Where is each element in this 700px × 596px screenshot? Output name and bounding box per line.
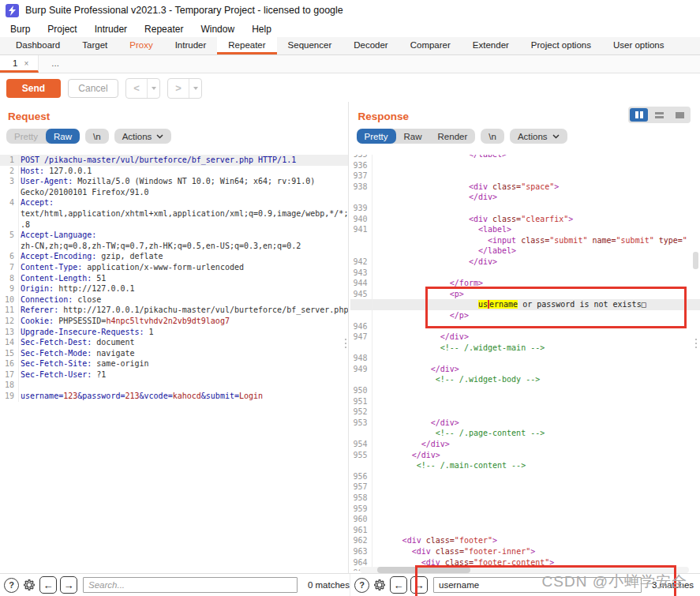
search-next-button[interactable]: →	[60, 576, 77, 594]
splitter-handle-icon[interactable]	[695, 339, 697, 348]
gear-icon[interactable]	[372, 578, 387, 592]
menu-project[interactable]: Project	[39, 22, 85, 36]
code-text: Referer: http://127.0.0.1/pikachu-master…	[21, 305, 348, 316]
request-tab-pretty[interactable]: Pretty	[6, 129, 46, 144]
code-text: </div>	[374, 332, 469, 343]
code-row: 939	[350, 203, 700, 214]
request-search-input[interactable]	[83, 577, 298, 593]
code-row: zh-CN,zh;q=0.8,zh-TW;q=0.7,zh-HK;q=0.5,e…	[0, 241, 348, 252]
tab-project-options[interactable]: Project options	[520, 37, 602, 54]
help-icon[interactable]: ?	[354, 578, 369, 593]
tab-proxy[interactable]: Proxy	[118, 37, 163, 54]
response-actions-button[interactable]: Actions	[510, 129, 567, 144]
request-actions-button[interactable]: Actions	[114, 129, 172, 144]
code-text: username or password is not exists□	[374, 299, 646, 310]
menu-window[interactable]: Window	[192, 22, 243, 36]
search-prev-button[interactable]: ←	[390, 576, 407, 594]
response-horizontal-scrollbar[interactable]	[360, 567, 690, 573]
help-icon[interactable]: ?	[4, 578, 19, 593]
editor-panels: Request Pretty Raw \n Actions 1POST /pik…	[0, 102, 700, 574]
tab-dashboard[interactable]: Dashboard	[5, 37, 71, 54]
layout-single-button[interactable]	[671, 108, 689, 122]
code-row: 956	[350, 471, 700, 482]
code-text: </div>	[374, 450, 440, 461]
scrollbar-thumb[interactable]	[377, 567, 470, 573]
line-number: 958	[350, 493, 372, 504]
response-search-input[interactable]	[433, 577, 642, 593]
search-prev-button[interactable]: ←	[39, 576, 57, 594]
response-editor[interactable]: 935 </label>936937938 <div class="space"…	[350, 155, 700, 571]
line-number: 17	[0, 369, 19, 380]
response-tab-newline[interactable]: \n	[481, 129, 504, 144]
search-next-button[interactable]: →	[410, 576, 428, 594]
code-text: </div>	[374, 364, 459, 375]
tab-intruder[interactable]: Intruder	[164, 37, 218, 54]
code-text: Sec-Fetch-Mode: navigate	[21, 348, 135, 359]
tab-sequencer[interactable]: Sequencer	[277, 37, 343, 54]
response-tab-render[interactable]: Render	[430, 129, 476, 144]
code-text: zh-CN,zh;q=0.8,zh-TW;q=0.7,zh-HK;q=0.5,e…	[21, 241, 301, 252]
code-row: 7Content-Type: application/x-www-form-ur…	[0, 262, 348, 273]
menu-intruder[interactable]: Intruder	[86, 22, 136, 36]
tab-decoder[interactable]: Decoder	[343, 37, 399, 54]
line-number: 16	[0, 358, 19, 369]
tab-repeater[interactable]: Repeater	[217, 37, 276, 54]
history-forward-dropdown[interactable]	[189, 79, 201, 98]
menu-repeater[interactable]: Repeater	[136, 22, 192, 36]
layout-toggle-group	[628, 107, 691, 123]
request-tab-newline[interactable]: \n	[85, 129, 109, 144]
line-number: 18	[0, 380, 19, 391]
code-text: .8	[21, 219, 30, 231]
repeater-tab-more[interactable]: ...	[39, 55, 72, 73]
code-row: 952	[350, 407, 700, 418]
line-number	[0, 187, 19, 198]
line-number: 5	[0, 230, 19, 241]
request-editor[interactable]: 1POST /pikachu-master/vul/burteforce/bf_…	[0, 155, 348, 571]
code-row: 963 <div class="footer-inner">	[350, 546, 700, 557]
response-tab-pretty[interactable]: Pretty	[357, 129, 396, 144]
line-number: 1	[0, 155, 19, 166]
code-row: 12Cookie: PHPSESSID=h4npc5ltvhdv2n2vb9dt…	[0, 316, 348, 327]
code-row: Gecko/20100101 Firefox/91.0	[0, 187, 348, 198]
code-text: text/html,application/xhtml+xml,applicat…	[21, 208, 348, 219]
tab-user-options[interactable]: User options	[602, 37, 676, 54]
line-number: 948	[350, 353, 372, 364]
send-button[interactable]: Send	[6, 79, 61, 98]
code-text: <div class="footer">	[374, 535, 498, 546]
code-row: 961	[350, 525, 700, 536]
code-text: <!-- /.widget-main -->	[374, 343, 545, 354]
gear-icon[interactable]	[22, 578, 36, 592]
request-tab-raw[interactable]: Raw	[46, 129, 80, 144]
code-row: 955 </div>	[350, 450, 700, 461]
code-text: <!-- /.main-content -->	[374, 460, 526, 471]
code-text: User-Agent: Mozilla/5.0 (Windows NT 10.0…	[21, 176, 315, 187]
response-tab-raw[interactable]: Raw	[396, 129, 430, 144]
code-row: </div>	[350, 192, 700, 203]
tab-extender[interactable]: Extender	[462, 37, 520, 54]
history-back-dropdown[interactable]	[147, 79, 159, 98]
layout-rows-button[interactable]	[650, 108, 668, 122]
line-number: 19	[0, 391, 19, 402]
line-number: 962	[350, 535, 372, 546]
layout-columns-button[interactable]	[630, 108, 648, 122]
response-panel: Response Pretty Raw Render \n Actions	[350, 102, 700, 574]
code-row: 16Sec-Fetch-Site: same-origin	[0, 358, 348, 369]
history-forward-button[interactable]: >	[168, 79, 189, 98]
tab-comparer[interactable]: Comparer	[399, 37, 462, 54]
chevron-down-icon	[193, 87, 198, 90]
repeater-tab-1[interactable]: 1 ×	[0, 55, 39, 73]
code-row: text/html,application/xhtml+xml,applicat…	[0, 208, 348, 219]
line-number: 960	[350, 514, 372, 525]
history-back-button[interactable]: <	[126, 79, 147, 98]
close-tab-icon[interactable]: ×	[24, 58, 28, 70]
line-number: 961	[350, 525, 372, 536]
request-search-bar: ? ← → 0 matches	[0, 574, 350, 596]
response-vertical-scrollbar[interactable]	[693, 252, 698, 269]
menu-burp[interactable]: Burp	[2, 22, 39, 36]
request-search-matches: 0 matches	[308, 580, 350, 590]
splitter-handle-icon[interactable]	[345, 339, 346, 348]
menu-help[interactable]: Help	[243, 22, 280, 36]
line-number: 963	[350, 546, 372, 557]
cancel-button[interactable]: Cancel	[68, 79, 118, 98]
tab-target[interactable]: Target	[71, 37, 118, 54]
